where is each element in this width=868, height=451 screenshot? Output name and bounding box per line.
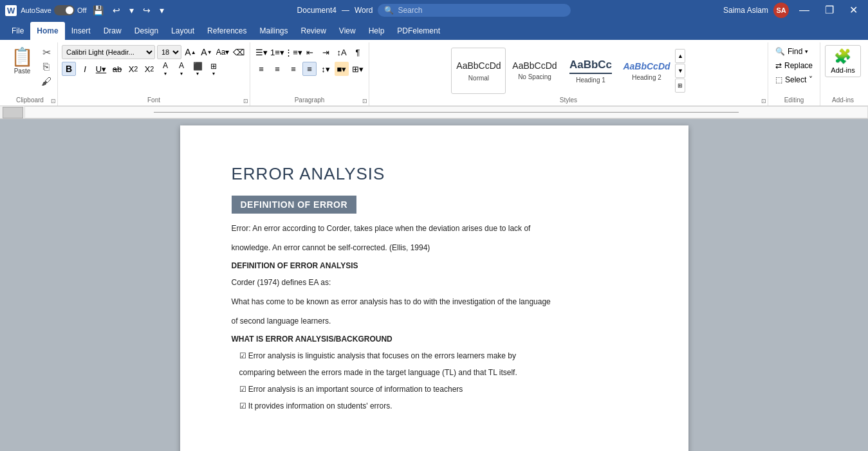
title-bar-center: Document4 — Word 🔍 [297,4,571,17]
clipboard-content: 📋 Paste ✂ ⎘ 🖌 [6,45,53,97]
style-normal[interactable]: AaBbCcDd Normal [451,48,506,94]
tab-mailings[interactable]: Mailings [253,22,294,40]
indent-toggle[interactable] [3,107,23,118]
italic-button[interactable]: I [78,62,92,76]
font-family-select[interactable]: Calibri Light (Headir... [62,45,155,59]
undo-dropdown[interactable]: ▾ [127,4,136,17]
autosave-label: AutoSave Off [21,5,86,15]
close-button[interactable]: ✕ [844,0,863,21]
style-heading2[interactable]: AaBbCcDd Heading 2 [619,48,674,94]
font-size-select[interactable]: 18 [157,45,181,59]
restore-button[interactable]: ❐ [820,0,839,21]
multilevel-list-button[interactable]: ⋮≡▾ [286,45,300,59]
styles-scroll-down[interactable]: ▼ [675,64,685,78]
bullets-button[interactable]: ☰▾ [254,45,268,59]
styles-group: AaBbCcDd Normal AaBbCcDd No Spacing AaBb… [369,42,768,106]
clipboard-group: 📋 Paste ✂ ⎘ 🖌 Clipboard ⊡ [3,42,58,106]
justify-button[interactable]: ≡ [302,62,317,76]
grow-font-button[interactable]: A▲ [183,45,198,59]
style-heading1[interactable]: AaBbCc Heading 1 [563,48,618,94]
minimize-button[interactable]: — [794,0,815,21]
tab-help[interactable]: Help [362,22,391,40]
change-case-button[interactable]: Aa▾ [216,45,230,59]
style-heading2-preview: AaBbCcDd [623,61,670,71]
app-name: Word [355,6,373,15]
align-left-button[interactable]: ≡ [254,62,268,76]
font-label: Font [147,97,160,104]
tab-home[interactable]: Home [30,22,64,40]
add-ins-button[interactable]: 🧩 Add-ins [825,45,860,77]
tab-layout[interactable]: Layout [165,22,201,40]
replace-icon: ⇄ [775,61,782,70]
tab-file[interactable]: File [5,22,30,40]
paste-button[interactable]: 📋 Paste [6,45,38,78]
addins-icon: 🧩 [834,48,851,65]
styles-expand[interactable]: ⊞ [675,78,685,93]
save-button[interactable]: 💾 [90,4,106,17]
clipboard-small-buttons: ✂ ⎘ 🖌 [39,45,53,89]
tab-review[interactable]: Review [295,22,333,40]
tab-pdfelement[interactable]: PDFelement [391,22,447,40]
select-icon: ⬚ [775,75,782,84]
autosave-state: Off [77,6,86,14]
show-formatting-button[interactable]: ¶ [351,45,365,59]
styles-expand-icon[interactable]: ⊡ [761,98,766,104]
tab-insert[interactable]: Insert [65,22,97,40]
search-box[interactable]: 🔍 [378,4,571,17]
tab-references[interactable]: References [201,22,253,40]
clipboard-expand-icon[interactable]: ⊡ [51,98,56,104]
shading-button[interactable]: ⬛ ▾ [190,62,205,76]
document-page[interactable]: ERROR ANALYSIS DEFINITION OF ERROR Error… [180,125,688,451]
copy-button[interactable]: ⎘ [39,60,53,74]
underline-button[interactable]: U▾ [94,62,108,76]
tab-draw[interactable]: Draw [97,22,128,40]
replace-button[interactable]: ⇄ Replace [772,59,816,72]
numbering-button[interactable]: 1≡▾ [270,45,284,59]
clear-formatting-button[interactable]: ⌫ [232,45,246,59]
tab-view[interactable]: View [333,22,362,40]
paragraph-bottom-row: ≡ ≡ ≡ ≡ ↕▾ ■▾ ⊞▾ [254,62,365,76]
paragraph-1: Error: An error according to Corder, tak… [232,223,637,234]
paragraph-3: Corder (1974) defines EA as: [232,277,637,288]
autosave-toggle[interactable] [54,5,75,15]
cut-button[interactable]: ✂ [39,45,53,59]
align-center-button[interactable]: ≡ [270,62,284,76]
title-bar-right: Saima Aslam SA — ❐ ✕ [571,0,863,21]
redo-button[interactable]: ↪ [140,4,153,17]
editing-buttons: 🔍 Find ▾ ⇄ Replace ⬚ Select ˅ [772,45,816,86]
borders-button[interactable]: ⊞ ▾ [207,62,221,76]
search-input[interactable] [398,6,564,15]
font-group: Calibri Light (Headir... 18 A▲ A▼ Aa▾ ⌫ … [58,42,250,106]
strikethrough-button[interactable]: ab [110,62,124,76]
text-color-button[interactable]: A ▾ [158,62,172,76]
line-spacing-button[interactable]: ↕▾ [319,62,333,76]
shading-para-button[interactable]: ■▾ [335,62,349,76]
customize-qat[interactable]: ▾ [157,4,167,17]
find-button[interactable]: 🔍 Find ▾ [772,45,816,58]
font-expand-icon[interactable]: ⊡ [243,98,248,104]
undo-button[interactable]: ↩ [110,4,123,17]
font-controls: Calibri Light (Headir... 18 A▲ A▼ Aa▾ ⌫ … [62,45,246,97]
highlight-color-button[interactable]: A ▾ [174,62,189,76]
align-right-button[interactable]: ≡ [286,62,300,76]
paragraph-expand-icon[interactable]: ⊡ [362,98,367,104]
paragraph-top-row: ☰▾ 1≡▾ ⋮≡▾ ⇤ ⇥ ↕A ¶ [254,45,365,59]
border-para-button[interactable]: ⊞▾ [351,62,365,76]
bold-button[interactable]: B [62,62,76,76]
format-painter-button[interactable]: 🖌 [39,75,53,89]
superscript-button[interactable]: X2 [142,62,156,76]
shrink-font-button[interactable]: A▼ [199,45,214,59]
section-title-1: DEFINITION OF ERROR ANALYSIS [232,261,637,270]
styles-scroll-up[interactable]: ▲ [675,49,685,63]
sort-button[interactable]: ↕A [335,45,349,59]
style-heading1-label: Heading 1 [576,77,605,84]
decrease-indent-button[interactable]: ⇤ [302,45,317,59]
addins-area: 🧩 Add-ins [825,45,860,77]
styles-scroll: ▲ ▼ ⊞ [675,49,685,93]
tab-design[interactable]: Design [128,22,165,40]
increase-indent-button[interactable]: ⇥ [319,45,333,59]
subscript-button[interactable]: X2 [126,62,140,76]
style-no-spacing[interactable]: AaBbCcDd No Spacing [507,48,562,94]
select-button[interactable]: ⬚ Select ˅ [772,73,816,86]
autosave-text: AutoSave [21,6,51,14]
